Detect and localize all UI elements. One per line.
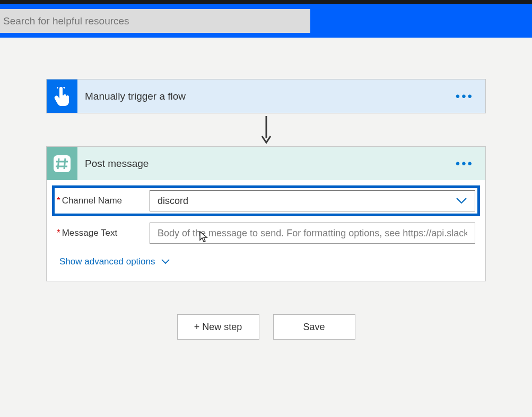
action-more-menu[interactable]: •••	[456, 156, 485, 171]
message-text-label: * Message Text	[57, 228, 150, 238]
action-body: * Channel Name discord * Message Text	[47, 180, 485, 281]
channel-name-select[interactable]: discord	[150, 190, 475, 211]
action-card: Post message ••• * Channel Name discord	[46, 146, 486, 281]
svg-rect-2	[54, 155, 71, 172]
search-input[interactable]	[0, 9, 310, 33]
required-star-icon: *	[57, 196, 60, 206]
slack-hash-icon	[47, 147, 77, 180]
channel-name-label: * Channel Name	[57, 196, 150, 206]
svg-line-3	[58, 158, 59, 169]
message-text-label-text: Message Text	[62, 228, 118, 238]
chevron-down-icon	[161, 259, 170, 265]
top-bar	[0, 0, 532, 4]
chevron-down-icon	[456, 197, 467, 205]
trigger-card[interactable]: Manually trigger a flow •••	[46, 79, 486, 113]
channel-name-row: * Channel Name discord	[52, 185, 480, 216]
svg-line-4	[64, 158, 65, 169]
trigger-title: Manually trigger a flow	[77, 91, 456, 102]
advanced-options-label: Show advanced options	[59, 256, 155, 267]
required-star-icon: *	[57, 228, 60, 238]
header-bar	[0, 4, 532, 38]
channel-name-label-text: Channel Name	[62, 196, 122, 206]
action-title: Post message	[77, 158, 456, 170]
save-button[interactable]: Save	[273, 314, 355, 340]
trigger-card-header: Manually trigger a flow •••	[47, 79, 485, 113]
connector-arrow	[260, 113, 273, 146]
message-text-row: * Message Text	[52, 220, 480, 246]
flow-canvas: Manually trigger a flow ••• Post message…	[0, 38, 532, 340]
show-advanced-options-link[interactable]: Show advanced options	[52, 250, 170, 271]
manual-trigger-icon	[47, 79, 77, 113]
trigger-more-menu[interactable]: •••	[456, 89, 485, 104]
bottom-button-row: + New step Save	[177, 314, 355, 340]
channel-name-value: discord	[158, 196, 188, 207]
message-text-input[interactable]	[150, 223, 475, 244]
action-card-header[interactable]: Post message •••	[47, 147, 485, 180]
new-step-button[interactable]: + New step	[177, 314, 259, 340]
